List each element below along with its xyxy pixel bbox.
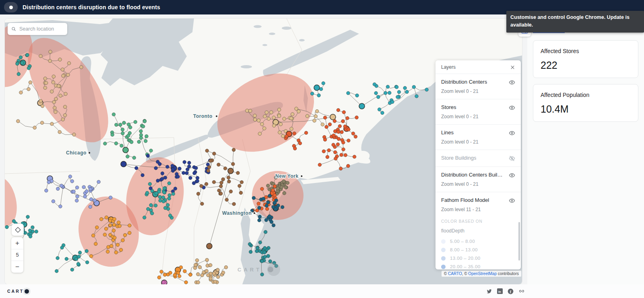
store-point [33, 126, 37, 129]
twitter-link[interactable] [486, 288, 492, 294]
store-point [297, 110, 301, 113]
store-point [283, 117, 286, 121]
store-point [109, 196, 112, 199]
layer-visibility-toggle[interactable] [509, 79, 515, 86]
store-point [321, 123, 324, 126]
store-point [167, 182, 171, 185]
app-avatar-icon[interactable] [4, 2, 18, 12]
store-point [21, 61, 24, 65]
zoom-out-button[interactable]: − [11, 261, 23, 273]
legend-swatch [441, 256, 446, 261]
store-point [284, 186, 288, 189]
store-point [315, 109, 319, 113]
store-point [93, 199, 97, 202]
store-point [189, 273, 192, 277]
layer-visibility-toggle[interactable] [509, 155, 515, 162]
store-point [52, 101, 56, 104]
store-point [50, 90, 54, 93]
store-point [120, 144, 124, 148]
store-point [260, 123, 264, 126]
store-point [189, 176, 192, 180]
store-point [121, 238, 125, 242]
store-point [253, 118, 257, 121]
store-point [333, 129, 337, 133]
layers-scrollbar[interactable] [518, 222, 520, 261]
store-point [60, 246, 64, 249]
distribution-center-point [359, 103, 365, 109]
store-point [58, 58, 62, 62]
geolocate-button[interactable] [12, 224, 24, 236]
store-point [221, 271, 225, 275]
store-point [258, 240, 262, 244]
store-point [61, 68, 64, 72]
store-point [206, 169, 210, 173]
store-point [139, 129, 143, 133]
store-point [323, 116, 327, 119]
linkedin-link[interactable]: in [497, 288, 503, 294]
search-location-box[interactable] [8, 23, 67, 35]
store-point [355, 116, 359, 119]
osm-attribution-link[interactable]: OpenStreetMap [468, 271, 497, 276]
store-point [61, 118, 65, 121]
store-point [260, 273, 264, 276]
layer-visibility-toggle[interactable] [509, 172, 515, 179]
store-point [45, 189, 48, 193]
legend-row: 20.00 – 35.00 [441, 264, 515, 269]
store-point [89, 255, 93, 258]
layer-visibility-toggle[interactable] [509, 197, 515, 204]
store-point [43, 86, 47, 90]
store-point [168, 193, 171, 197]
store-point [333, 119, 336, 123]
store-point [83, 195, 87, 198]
facebook-link[interactable]: f [508, 288, 514, 294]
carto-logo[interactable]: CART [7, 288, 31, 295]
legend-swatch [441, 265, 446, 269]
store-point [194, 166, 198, 170]
store-point [75, 186, 79, 189]
store-point [223, 167, 227, 171]
store-point [340, 153, 343, 157]
store-point [114, 142, 118, 145]
zoom-in-button[interactable]: + [11, 237, 23, 249]
store-point [351, 132, 355, 136]
store-point [318, 163, 322, 167]
store-point [173, 273, 177, 277]
store-point [66, 73, 70, 77]
attribution-text: , © [462, 271, 469, 276]
store-point [248, 109, 252, 113]
store-point [347, 164, 350, 168]
store-point [386, 85, 390, 89]
layer-visibility-toggle[interactable] [509, 130, 515, 136]
store-point [167, 197, 171, 200]
search-icon [11, 26, 16, 32]
store-point [224, 265, 228, 269]
link-link[interactable] [518, 288, 525, 294]
store-point [270, 111, 273, 114]
store-point [80, 66, 83, 69]
store-point [63, 113, 67, 117]
city-label: Toronto [193, 113, 213, 119]
store-point [255, 249, 259, 253]
store-point [266, 201, 270, 204]
store-point [40, 121, 44, 125]
store-point [53, 106, 57, 110]
store-point [373, 82, 376, 86]
attribution-text: © [444, 271, 448, 276]
legend-row: 5.00 – 8.00 [441, 239, 515, 244]
layers-panel-close-button[interactable] [510, 65, 515, 70]
layer-visibility-toggle[interactable] [509, 105, 515, 111]
store-point [265, 204, 268, 208]
store-point [63, 105, 67, 109]
carto-attribution-link[interactable]: CARTO [448, 271, 462, 276]
store-point [35, 230, 38, 233]
search-input[interactable] [19, 26, 64, 32]
store-point [117, 221, 120, 224]
map-canvas[interactable]: TorontoChicagoNew YorkWashington CART + … [5, 18, 522, 284]
store-point [31, 226, 35, 229]
store-point [280, 185, 283, 189]
store-point [256, 247, 259, 250]
legend-row: 8.00 – 13.00 [441, 247, 515, 252]
store-point [178, 167, 182, 171]
store-point [85, 261, 89, 264]
store-point [217, 189, 221, 192]
